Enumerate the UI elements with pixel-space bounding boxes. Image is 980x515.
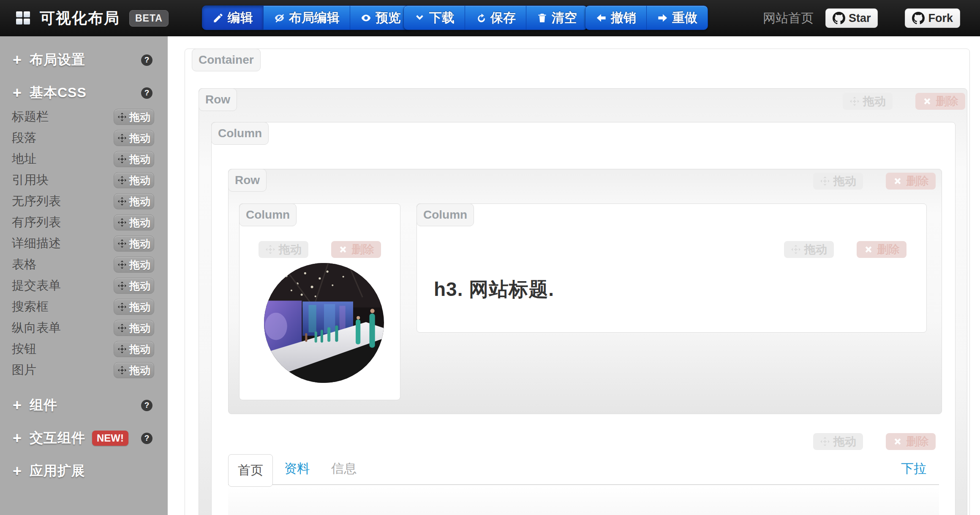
tab-content-panel <box>228 485 939 515</box>
move-icon <box>117 133 127 143</box>
history-button-group: 撤销 重做 <box>585 5 708 30</box>
app-logo-grid-icon <box>16 11 30 25</box>
sidebar-section-interactive-components[interactable]: + 交互组件 NEW! ? <box>0 429 168 447</box>
beta-badge: BETA <box>129 10 169 27</box>
drag-button[interactable]: 拖动 <box>813 173 863 190</box>
drag-handle-button[interactable]: 拖动 <box>114 109 154 125</box>
move-icon <box>117 302 127 312</box>
sidebar-item-blockquote: 引用块 拖动 <box>0 170 168 191</box>
move-icon <box>117 176 127 185</box>
row-block-outer: Row 拖动 删除 Column Row 拖动 删除 Column <box>199 88 967 515</box>
trash-icon <box>536 12 548 24</box>
tab-profile[interactable]: 资料 <box>284 460 310 477</box>
site-home-link[interactable]: 网站首页 <box>763 10 814 27</box>
sidebar-section-app-extensions[interactable]: + 应用扩展 <box>0 462 168 480</box>
sidebar-item-search-box: 搜索框 拖动 <box>0 296 168 317</box>
sidebar-item-address: 地址 拖动 <box>0 149 168 170</box>
tab-info[interactable]: 信息 <box>331 460 357 477</box>
sidebar-item-ordered-list: 有序列表 拖动 <box>0 212 168 233</box>
delete-button[interactable]: 删除 <box>886 173 936 190</box>
move-icon <box>117 154 127 164</box>
clear-button[interactable]: 清空 <box>526 5 588 30</box>
drag-handle-button[interactable]: 拖动 <box>114 214 154 230</box>
component-sidebar: + 布局设置 ? + 基本CSS ? 标题栏 拖动 段落 拖动 地址 拖动 引用… <box>0 36 168 515</box>
drag-handle-button[interactable]: 拖动 <box>114 236 154 252</box>
drag-handle-button[interactable]: 拖动 <box>114 278 154 294</box>
sidebar-section-components[interactable]: + 组件 ? <box>0 396 168 415</box>
drag-handle-button[interactable]: 拖动 <box>114 362 154 378</box>
chevron-down-icon <box>414 12 425 24</box>
drag-handle-button[interactable]: 拖动 <box>114 130 154 146</box>
move-icon <box>117 344 127 354</box>
arrow-right-icon <box>657 12 668 24</box>
column-block-heading: Column 拖动 删除 h3. 网站标题. <box>416 203 927 333</box>
download-button[interactable]: 下载 <box>403 5 465 30</box>
sidebar-item-table: 表格 拖动 <box>0 254 168 275</box>
top-header-bar: 可视化布局 BETA 编辑 布局编辑 预览 下载 保存 清空 <box>0 0 980 36</box>
preview-button[interactable]: 预览 <box>350 5 411 30</box>
delete-button[interactable]: 删除 <box>857 241 906 258</box>
layout-edit-button[interactable]: 布局编辑 <box>263 5 350 30</box>
app-title: 可视化布局 <box>40 8 120 29</box>
tab-home-active[interactable]: 首页 <box>228 454 273 487</box>
header-right-links: 网站首页 Star Fork <box>763 0 960 36</box>
sidebar-item-unordered-list: 无序列表 拖动 <box>0 191 168 212</box>
edit-mode-button[interactable]: 编辑 <box>202 5 264 30</box>
drag-handle-button[interactable]: 拖动 <box>114 341 154 357</box>
drag-handle-button[interactable]: 拖动 <box>114 320 154 336</box>
help-icon[interactable]: ? <box>141 400 152 411</box>
drag-button[interactable]: 拖动 <box>784 241 834 258</box>
help-icon[interactable]: ? <box>141 87 152 99</box>
drag-handle-button[interactable]: 拖动 <box>114 193 154 209</box>
site-title-heading: h3. 网站标题. <box>434 276 554 303</box>
x-close-icon <box>893 176 903 186</box>
save-button[interactable]: 保存 <box>465 5 526 30</box>
help-icon[interactable]: ? <box>141 433 152 444</box>
sidebar-item-vertical-form: 纵向表单 拖动 <box>0 317 168 339</box>
sidebar-item-form: 提交表单 拖动 <box>0 275 168 296</box>
plus-icon: + <box>13 84 30 102</box>
delete-button[interactable]: 删除 <box>915 93 965 110</box>
undo-button[interactable]: 撤销 <box>585 5 647 30</box>
drag-button[interactable]: 拖动 <box>259 241 308 258</box>
sidebar-item-description-list: 详细描述 拖动 <box>0 233 168 254</box>
column-tag: Column <box>416 203 474 226</box>
x-close-icon <box>338 244 348 255</box>
plus-icon: + <box>13 462 30 480</box>
drag-handle-button[interactable]: 拖动 <box>114 151 154 167</box>
github-fork-button[interactable]: Fork <box>905 8 960 28</box>
sidebar-item-image: 图片 拖动 <box>0 360 168 381</box>
pencil-edit-icon <box>212 12 224 24</box>
sidebar-item-heading: 标题栏 拖动 <box>0 106 168 127</box>
drag-handle-button[interactable]: 拖动 <box>114 172 154 188</box>
sidebar-item-button: 按钮 拖动 <box>0 339 168 360</box>
container-block: Container Row 拖动 删除 Column Row 拖动 删除 Col… <box>185 49 970 515</box>
move-icon <box>265 244 275 255</box>
x-close-icon <box>893 436 903 447</box>
move-icon <box>117 260 127 269</box>
delete-button[interactable]: 删除 <box>886 433 936 450</box>
plus-icon: + <box>13 429 30 447</box>
tab-bar-divider <box>228 484 939 485</box>
container-tag: Container <box>192 49 261 71</box>
delete-button[interactable]: 删除 <box>331 241 381 258</box>
drag-handle-button[interactable]: 拖动 <box>114 299 154 315</box>
plus-icon: + <box>13 51 30 69</box>
github-octocat-icon <box>912 12 925 24</box>
help-icon[interactable]: ? <box>141 54 152 66</box>
drag-button[interactable]: 拖动 <box>843 93 893 110</box>
sidebar-section-layout-settings[interactable]: + 布局设置 ? <box>0 51 168 69</box>
tab-dropdown-toggle[interactable]: 下拉 <box>901 460 926 477</box>
sidebar-section-basic-css[interactable]: + 基本CSS ? <box>0 84 168 102</box>
layout-edit-icon <box>274 12 285 24</box>
drag-handle-button[interactable]: 拖动 <box>114 257 154 273</box>
github-star-button[interactable]: Star <box>825 8 878 28</box>
column-tag: Column <box>211 122 269 145</box>
move-icon <box>117 197 127 206</box>
sidebar-item-paragraph: 段落 拖动 <box>0 127 168 149</box>
row-block-inner: Row 拖动 删除 Column 拖动 删除 <box>228 169 942 414</box>
redo-button[interactable]: 重做 <box>646 5 708 30</box>
github-octocat-icon <box>833 12 845 24</box>
arrow-left-icon <box>596 12 607 24</box>
drag-button[interactable]: 拖动 <box>813 433 863 450</box>
